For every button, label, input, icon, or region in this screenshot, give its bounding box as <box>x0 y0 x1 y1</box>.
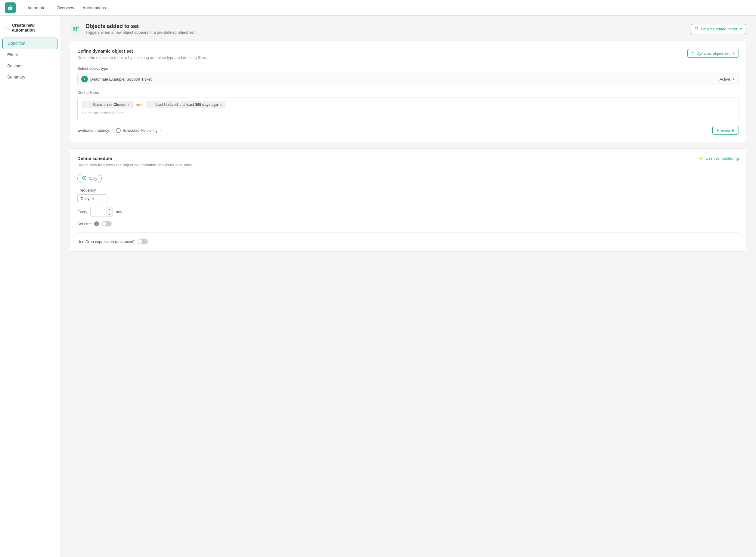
select-object-type-label: Select object type <box>77 66 108 71</box>
dynamic-set-chevron-icon: ▼ <box>732 52 735 55</box>
cron-row: Use Cron expression (advanced) <box>77 239 739 244</box>
sidebar: ← Create new automation Condition Effect… <box>0 16 60 557</box>
svg-rect-9 <box>76 29 77 31</box>
trigger-badge-label: Objects added to set <box>701 27 737 31</box>
svg-point-1 <box>9 7 10 8</box>
clock-icon <box>82 176 87 181</box>
trigger-subtitle: Triggers when a new object appears in a … <box>85 30 196 35</box>
define-schedule-subtitle: Define how frequently the object set con… <box>77 163 194 167</box>
filter-1-value: Closed <box>113 102 125 107</box>
frequency-value: Daily <box>81 196 89 201</box>
define-filters-label: Define filters <box>77 90 99 95</box>
trigger-badge-icon <box>695 26 699 32</box>
filter-2-close-icon[interactable]: ✕ <box>220 103 222 107</box>
trigger-header: Objects added to set Triggers when a new… <box>70 23 746 35</box>
status-chevron-icon: ▼ <box>732 78 735 81</box>
preview-play-icon: ▶ <box>732 128 734 132</box>
trigger-header-left: Objects added to set Triggers when a new… <box>70 23 196 35</box>
use-live-monitoring-link[interactable]: ⚡ Use live monitoring <box>699 156 739 160</box>
svg-point-5 <box>10 5 11 6</box>
schedule-header-left: Define schedule Define how frequently th… <box>77 156 194 172</box>
nav-separator-2 <box>51 4 51 12</box>
help-icon[interactable]: ? <box>94 222 99 226</box>
eval-label: Evaluation latency: <box>77 128 110 133</box>
svg-rect-13 <box>695 29 696 29</box>
decrement-button[interactable]: ▼ <box>106 212 113 216</box>
dynamic-object-set-button[interactable]: ↻ Dynamic object set ▼ <box>688 49 739 58</box>
number-spinners: ▲ ▼ <box>106 207 113 216</box>
back-button[interactable]: ← Create new automation <box>0 21 60 37</box>
sidebar-item-condition[interactable]: Condition <box>2 38 57 49</box>
svg-rect-6 <box>74 27 75 29</box>
scheduled-circle-icon <box>116 128 121 133</box>
define-object-set-title: Define dynamic object set <box>77 49 208 54</box>
sidebar-item-settings-label: Settings <box>7 63 23 68</box>
frequency-chevron-icon: ▼ <box>92 197 95 200</box>
every-label: Every <box>77 210 87 214</box>
sidebar-item-condition-label: Condition <box>7 41 25 46</box>
app-logo <box>5 2 16 13</box>
object-type-icon: i <box>81 76 88 82</box>
cron-label: Use Cron expression (advanced) <box>77 239 135 244</box>
svg-rect-12 <box>695 27 696 28</box>
set-time-toggle[interactable] <box>102 221 112 227</box>
scheduled-monitoring-badge[interactable]: Scheduled Monitoring <box>113 127 161 135</box>
object-type-status-dropdown[interactable]: Active ▼ <box>716 77 735 82</box>
sidebar-title: Create new automation <box>12 23 55 32</box>
svg-rect-11 <box>78 27 78 28</box>
svg-rect-15 <box>697 29 698 29</box>
object-type-row[interactable]: i [Automate Example] Support Ticket Acti… <box>77 73 739 85</box>
every-number-field[interactable] <box>91 208 106 216</box>
schedule-header: Define schedule Define how frequently th… <box>77 156 739 172</box>
dynamic-object-set-label: Dynamic object set <box>696 51 729 56</box>
eval-row: Evaluation latency: Scheduled Monitoring… <box>77 126 739 135</box>
select-object-type-label-wrapper: Select object type <box>77 66 739 71</box>
sidebar-item-settings[interactable]: Settings <box>2 60 57 71</box>
filter-tag-1[interactable]: ⋮⋮ Status is not Closed ✕ <box>82 101 133 108</box>
set-time-label: Set time <box>77 222 92 226</box>
increment-button[interactable]: ▲ <box>106 207 113 212</box>
filters-box[interactable]: ⋮⋮ Status is not Closed ✕ and ⋮⋮ Last Up… <box>77 97 739 121</box>
nav-overview[interactable]: Overview <box>52 3 78 12</box>
filter-row: ⋮⋮ Status is not Closed ✕ and ⋮⋮ Last Up… <box>82 101 734 108</box>
nav-automate[interactable]: Automate <box>23 3 50 12</box>
every-row: Every ▲ ▼ day <box>77 207 739 217</box>
frequency-dropdown[interactable]: Daily ▼ <box>77 194 107 203</box>
refresh-icon: ↻ <box>691 51 695 56</box>
filter-tag-2[interactable]: ⋮⋮ Last Updated is at least 365 days ago… <box>146 101 225 108</box>
eval-left: Evaluation latency: Scheduled Monitoring <box>77 127 161 135</box>
sidebar-item-summary-label: Summary <box>7 75 25 79</box>
filter-placeholder[interactable]: Select properties to filter... <box>82 111 734 115</box>
preview-button[interactable]: Preview ▶ <box>712 126 739 135</box>
drag-dots-icon-2: ⋮⋮ <box>148 103 155 107</box>
filter-1-close-icon[interactable]: ✕ <box>127 103 130 107</box>
set-time-row: Set time ? <box>77 221 739 227</box>
back-arrow-icon: ← <box>5 25 10 30</box>
daily-badge-label: Daily <box>88 176 97 181</box>
preview-label: Preview <box>717 128 731 133</box>
object-type-name: [Automate Example] Support Ticket <box>90 77 716 82</box>
svg-rect-7 <box>74 29 75 31</box>
define-object-set-header-left: Define dynamic object set Define the obj… <box>77 49 208 65</box>
sidebar-item-summary[interactable]: Summary <box>2 71 57 82</box>
cron-toggle[interactable] <box>138 239 148 244</box>
filter-2-label: Last Updated is at least <box>156 102 194 107</box>
sidebar-item-effect[interactable]: Effect <box>2 49 57 60</box>
use-live-label: Use live monitoring <box>705 156 739 160</box>
svg-rect-14 <box>697 27 698 28</box>
filter-connector: and <box>135 102 144 107</box>
define-filters-label-wrapper: Define filters <box>77 90 739 95</box>
toggle-knob <box>102 222 106 226</box>
frequency-label: Frequency <box>77 188 739 193</box>
trigger-badge-button[interactable]: Objects added to set ▼ <box>691 24 746 34</box>
top-navigation: Automate Overview Automations <box>0 0 756 16</box>
define-schedule-title: Define schedule <box>77 156 194 161</box>
every-number-input[interactable]: ▲ ▼ <box>90 207 113 217</box>
app-layout: ← Create new automation Condition Effect… <box>0 16 756 557</box>
sidebar-item-effect-label: Effect <box>7 52 18 57</box>
frequency-section: Frequency Daily ▼ <box>77 188 739 203</box>
nav-automations[interactable]: Automations <box>78 3 110 12</box>
filter-2-value: 365 days ago <box>195 102 218 107</box>
drag-dots-icon: ⋮⋮ <box>85 103 91 107</box>
daily-badge[interactable]: Daily <box>77 174 102 183</box>
